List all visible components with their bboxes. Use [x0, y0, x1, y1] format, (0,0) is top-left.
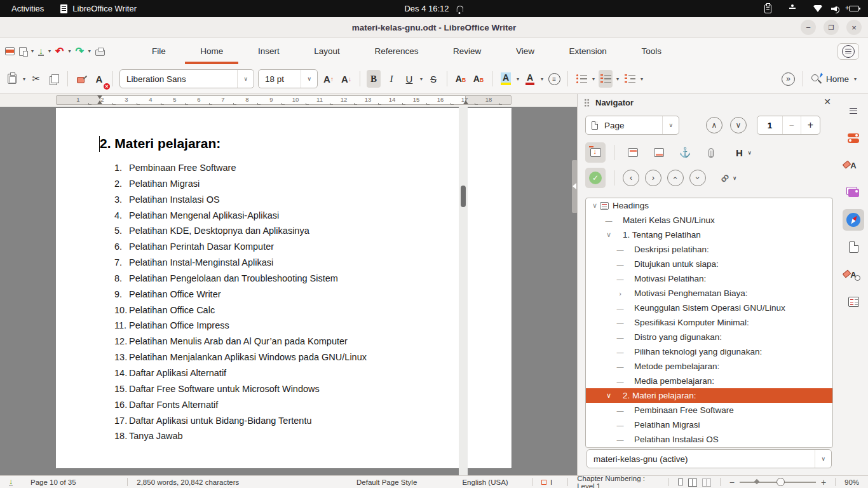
document-list-item[interactable]: 16.Daftar Fonts Alternatif: [114, 400, 496, 416]
sidebar-tab-style-inspector[interactable]: A: [843, 264, 864, 285]
restore-button[interactable]: ❐: [824, 20, 839, 35]
tabbar-hamburger-button[interactable]: [837, 43, 859, 60]
page-number-spinner[interactable]: 1 − +: [757, 116, 820, 135]
document-list-item[interactable]: 2.Pelatihan Migrasi: [114, 179, 496, 194]
sidebar-tab-gallery[interactable]: [843, 182, 864, 203]
underline-dropdown[interactable]: ▾: [420, 76, 423, 82]
strikethrough-button[interactable]: S: [426, 70, 440, 88]
clone-formatting-button[interactable]: [74, 70, 88, 88]
new-document-button[interactable]: [19, 47, 27, 56]
font-color-button[interactable]: A: [523, 70, 537, 88]
document-page[interactable]: 2. Materi pelajaran: 1.Pembinaan Free So…: [56, 108, 512, 468]
document-list-item[interactable]: 5.Pelatihan KDE, Desktopnya dan Aplikasi…: [114, 226, 496, 241]
tree-item[interactable]: —Deskripsi pelatihan:: [586, 242, 832, 257]
document-list-item[interactable]: 10.Pelatihan Office Calc: [114, 305, 496, 321]
tree-item[interactable]: —Distro yang digunakan:: [586, 330, 832, 344]
document-list-item[interactable]: 11.Pelatihan Office Impress: [114, 320, 496, 336]
zoom-level-value[interactable]: 90%: [836, 478, 868, 486]
promote-item-button[interactable]: ‹: [667, 170, 684, 186]
drag-mode-dropdown[interactable]: ∨: [733, 175, 736, 181]
heading-levels-button[interactable]: H ∨: [736, 147, 752, 158]
page-number-increment[interactable]: +: [801, 116, 820, 134]
print-button[interactable]: [95, 50, 105, 56]
previous-page-button[interactable]: ∧: [706, 117, 722, 133]
document-heading[interactable]: 2. Materi pelajaran:: [100, 136, 220, 151]
bullet-list-dropdown[interactable]: ▾: [592, 76, 595, 82]
footer-button[interactable]: [649, 142, 669, 163]
document-scrollbar[interactable]: [459, 107, 468, 475]
book-view-button[interactable]: [702, 478, 711, 485]
document-list-item[interactable]: 9.Pelatihan Office Writer: [114, 289, 496, 305]
minimize-button[interactable]: −: [801, 20, 816, 35]
tree-expander-icon[interactable]: ∨: [604, 391, 614, 400]
outline-list-dropdown[interactable]: ▾: [641, 76, 643, 82]
find-replace-icon[interactable]: [811, 74, 821, 84]
close-button[interactable]: ×: [846, 20, 862, 35]
font-name-dropdown[interactable]: ∨: [237, 70, 254, 88]
tree-item[interactable]: ∨2. Materi pelajaran:: [586, 388, 832, 403]
document-scrollbar-thumb[interactable]: [461, 186, 466, 207]
zoom-in-button[interactable]: +: [821, 477, 826, 487]
highlight-color-button[interactable]: A: [499, 70, 513, 88]
numbered-list-button[interactable]: [599, 70, 613, 88]
anchor-text-button[interactable]: ⚓: [675, 142, 695, 163]
document-list-item[interactable]: 17.Daftar Aplikasi untuk Bidang-Bidang T…: [114, 416, 496, 431]
drag-mode-button[interactable]: co ∨: [721, 173, 736, 183]
tree-item[interactable]: —Pelatihan Instalasi OS: [586, 432, 832, 447]
heading-levels-dropdown[interactable]: ∨: [748, 150, 752, 156]
tree-root-headings[interactable]: ∨Headings: [586, 198, 832, 213]
left-indent-marker[interactable]: [97, 100, 102, 104]
document-list-item[interactable]: 14.Daftar Aplikasi Alternatif: [114, 368, 496, 384]
subscript-button[interactable]: AB: [454, 70, 468, 88]
document-list-item[interactable]: 8.Pelatihan Pengelolaan dan Troubleshoot…: [114, 273, 496, 289]
previous-item-button[interactable]: ‹: [623, 170, 639, 186]
tree-item[interactable]: —Pilihan teknologi yang digunakan:: [586, 344, 832, 359]
status-page-number[interactable]: Page 10 of 35: [22, 478, 127, 486]
menubar-toggle-icon[interactable]: [5, 47, 15, 55]
tab-home[interactable]: Home: [185, 38, 238, 64]
activities-button[interactable]: Activities: [11, 4, 44, 13]
multi-page-view-button[interactable]: [688, 478, 697, 485]
save-dropdown[interactable]: ▾: [48, 48, 51, 54]
document-list-item[interactable]: 18.Tanya Jawab: [114, 431, 496, 447]
undo-button[interactable]: ↶: [55, 46, 64, 57]
tree-expander-icon[interactable]: ∨: [590, 201, 600, 210]
navigate-by-combobox[interactable]: Page ∨: [585, 116, 679, 135]
document-list-item[interactable]: 6.Pelatihan Perintah Dasar Komputer: [114, 241, 496, 257]
tab-references[interactable]: References: [359, 38, 433, 64]
zoom-slider[interactable]: − +: [721, 477, 835, 487]
redo-button[interactable]: ↷: [75, 46, 83, 57]
sidebar-tab-navigator[interactable]: [843, 209, 864, 231]
sidebar-tab-styles[interactable]: A: [843, 154, 864, 176]
status-insert-mode[interactable]: I: [532, 478, 567, 486]
status-word-count[interactable]: 2,850 words, 20,842 characters: [128, 478, 348, 486]
horizontal-ruler[interactable]: 123456789101112131415161718: [0, 94, 577, 107]
document-selector-dropdown[interactable]: ∨: [815, 450, 831, 468]
document-list-item[interactable]: 3.Pelatihan Instalasi OS: [114, 194, 496, 210]
accessibility-icon[interactable]: [788, 4, 797, 13]
navigate-by-dropdown[interactable]: ∨: [662, 116, 679, 134]
navigator-close-icon[interactable]: ✕: [824, 97, 831, 107]
save-button[interactable]: ↓: [38, 47, 44, 56]
tree-item[interactable]: —Spesifikasi Komputer Minimal:: [586, 315, 832, 330]
document-list-item[interactable]: 1.Pembinaan Free Software: [114, 163, 496, 179]
tab-insert[interactable]: Insert: [243, 38, 295, 64]
tab-layout[interactable]: Layout: [299, 38, 355, 64]
first-line-indent-marker[interactable]: [97, 95, 102, 99]
set-reminder-button[interactable]: [701, 142, 721, 163]
tree-item[interactable]: —Materi Kelas GNU/Linux: [586, 213, 832, 227]
page-number-value[interactable]: 1: [757, 116, 783, 134]
sidebar-tab-manage-changes[interactable]: [843, 291, 864, 313]
sidebar-tab-page[interactable]: [843, 236, 864, 258]
panel-grip-icon[interactable]: [584, 98, 590, 107]
document-selector-combobox[interactable]: materi-kelas-gnu (active) ∨: [587, 449, 832, 468]
new-document-dropdown[interactable]: ▾: [31, 48, 34, 54]
tree-item[interactable]: ∨1. Tentang Pelatihan: [586, 227, 832, 242]
bullet-list-button[interactable]: [574, 70, 588, 88]
save-status-icon[interactable]: ↓: [9, 478, 13, 485]
right-indent-marker[interactable]: [463, 100, 468, 104]
tree-expander-icon[interactable]: ∨: [604, 231, 614, 239]
zoom-slider-knob[interactable]: [776, 478, 785, 486]
tree-item[interactable]: ›Motivasi Penghematan Biaya:: [586, 286, 832, 301]
demote-item-button[interactable]: ›: [689, 170, 706, 186]
